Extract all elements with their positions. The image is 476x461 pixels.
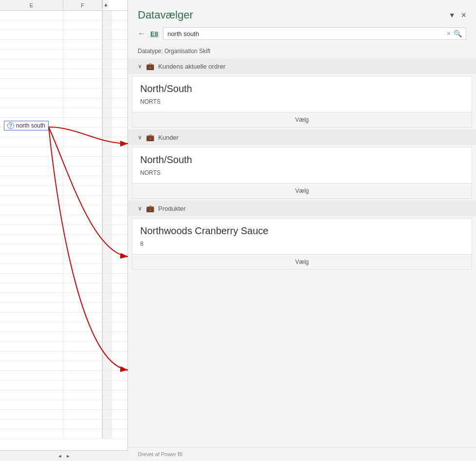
section-header-produkter[interactable]: ∨ 💼 Produkter: [128, 201, 476, 216]
cell-e[interactable]: [0, 137, 63, 147]
spreadsheet-bottom-scroll[interactable]: ◄ ►: [0, 450, 128, 461]
cell-e[interactable]: [0, 69, 63, 78]
cell-e[interactable]: [0, 186, 63, 195]
cell-e[interactable]: [0, 235, 63, 244]
scroll-left-btn[interactable]: ◄: [58, 454, 62, 459]
table-row[interactable]: [0, 342, 128, 351]
cell-f[interactable]: [63, 205, 102, 215]
cell-f[interactable]: [63, 79, 102, 88]
cell-f[interactable]: [63, 351, 102, 361]
table-row[interactable]: [0, 244, 128, 254]
table-row[interactable]: [0, 293, 128, 303]
table-row[interactable]: [0, 303, 128, 313]
cell-f[interactable]: [63, 322, 102, 332]
table-row[interactable]: [0, 322, 128, 332]
table-row[interactable]: [0, 89, 128, 98]
section-header-kundens-aktuelle-ordrer[interactable]: ∨ 💼 Kundens aktuelle ordrer: [128, 58, 476, 74]
cell-e[interactable]: [0, 381, 63, 390]
cell-e[interactable]: [0, 283, 63, 293]
cell-f[interactable]: [63, 128, 102, 137]
table-row[interactable]: [0, 390, 128, 400]
cell-e[interactable]: [0, 264, 63, 273]
cell-f[interactable]: [63, 30, 102, 39]
cell-e[interactable]: [0, 322, 63, 332]
table-row[interactable]: [0, 283, 128, 293]
cell-e[interactable]: [0, 40, 63, 49]
select-button[interactable]: Vælg: [132, 254, 472, 269]
table-row[interactable]: [0, 381, 128, 390]
cell-f[interactable]: [63, 215, 102, 224]
select-button[interactable]: Vælg: [132, 183, 472, 198]
cell-e[interactable]: [0, 98, 63, 108]
cell-f[interactable]: [63, 20, 102, 30]
cell-f[interactable]: [63, 89, 102, 98]
table-row[interactable]: [0, 59, 128, 69]
cell-e[interactable]: [0, 20, 63, 30]
table-row[interactable]: [0, 20, 128, 30]
table-row[interactable]: [0, 420, 128, 429]
cell-f[interactable]: [63, 108, 102, 117]
col-scroll-up[interactable]: ▲: [102, 0, 109, 9]
table-row[interactable]: [0, 313, 128, 322]
cell-e[interactable]: [0, 361, 63, 370]
table-row[interactable]: [0, 157, 128, 166]
search-clear-icon[interactable]: ×: [447, 30, 451, 37]
cell-f[interactable]: [63, 235, 102, 244]
table-row[interactable]: [0, 215, 128, 225]
table-row[interactable]: [0, 332, 128, 342]
cell-f[interactable]: [63, 147, 102, 156]
cell-f[interactable]: [63, 225, 102, 234]
table-row[interactable]: [0, 50, 128, 59]
table-row[interactable]: [0, 254, 128, 264]
cell-f[interactable]: [63, 303, 102, 312]
panel-close-icon[interactable]: ×: [461, 10, 466, 20]
table-row[interactable]: [0, 361, 128, 371]
cell-f[interactable]: [63, 50, 102, 59]
cell-f[interactable]: [63, 274, 102, 283]
table-row[interactable]: [0, 11, 128, 20]
cell-f[interactable]: [63, 254, 102, 263]
cell-f[interactable]: [63, 400, 102, 409]
cell-f[interactable]: [63, 361, 102, 370]
cell-f[interactable]: [63, 313, 102, 322]
cell-f[interactable]: [63, 371, 102, 380]
cell-e[interactable]: [0, 50, 63, 59]
cell-f[interactable]: [63, 157, 102, 166]
cell-e[interactable]: [0, 215, 63, 224]
back-button[interactable]: ←: [138, 29, 146, 38]
panel-dropdown-icon[interactable]: ▼: [449, 11, 456, 19]
cell-f[interactable]: [63, 420, 102, 429]
table-row[interactable]: [0, 400, 128, 410]
cell-f[interactable]: [63, 176, 102, 185]
table-row[interactable]: [0, 40, 128, 50]
table-row[interactable]: [0, 186, 128, 196]
scroll-right-btn[interactable]: ►: [66, 454, 71, 459]
cell-e[interactable]: [0, 254, 63, 263]
cell-f[interactable]: [63, 293, 102, 302]
cell-e[interactable]: [0, 205, 63, 215]
cell-f[interactable]: [63, 137, 102, 147]
cell-f[interactable]: [63, 98, 102, 108]
cell-e[interactable]: [0, 89, 63, 98]
cell-e[interactable]: [0, 410, 63, 419]
table-row[interactable]: [0, 264, 128, 274]
cell-f[interactable]: [63, 264, 102, 273]
cell-e[interactable]: [0, 371, 63, 380]
cell-e[interactable]: [0, 108, 63, 117]
cell-e[interactable]: [0, 244, 63, 254]
table-row[interactable]: [0, 30, 128, 40]
search-icon[interactable]: 🔍: [454, 30, 462, 37]
cell-f[interactable]: [63, 410, 102, 419]
cell-f[interactable]: [63, 244, 102, 254]
cell-e[interactable]: [0, 351, 63, 361]
cell-f[interactable]: [63, 390, 102, 400]
cell-f[interactable]: [63, 196, 102, 205]
table-row[interactable]: [0, 166, 128, 176]
table-row[interactable]: [0, 205, 128, 215]
table-row[interactable]: [0, 410, 128, 420]
cell-e[interactable]: [0, 390, 63, 400]
cell-f[interactable]: [63, 166, 102, 176]
cell-e[interactable]: [0, 11, 63, 20]
cell-f[interactable]: [63, 283, 102, 293]
cell-e[interactable]: [0, 332, 63, 341]
